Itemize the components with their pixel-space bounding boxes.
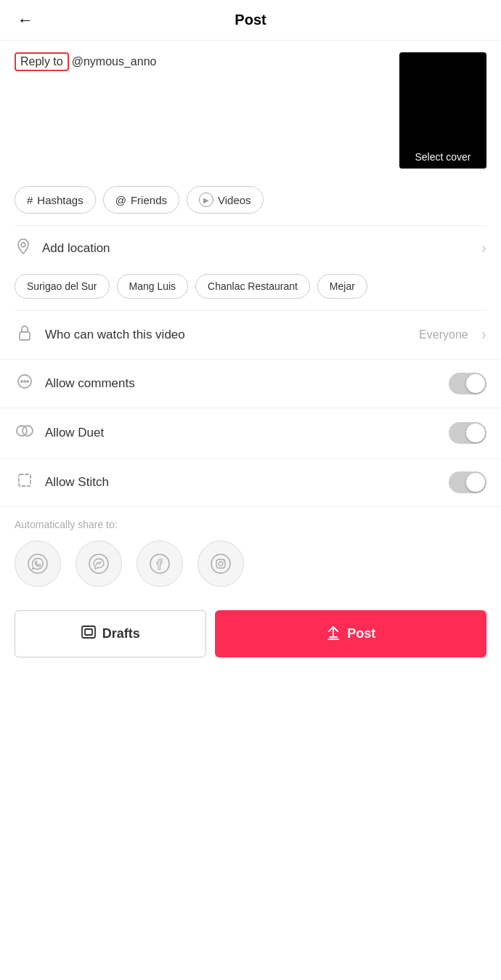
location-label: Add location	[42, 241, 471, 256]
location-row[interactable]: Add location ›	[0, 226, 501, 271]
video-thumbnail: Select cover	[399, 52, 486, 169]
privacy-row[interactable]: Who can watch this video Everyone ›	[0, 311, 501, 360]
reply-row: Reply to	[15, 52, 391, 71]
lock-icon	[15, 324, 35, 346]
share-icons-row	[15, 540, 486, 587]
hashtags-label: Hashtags	[37, 194, 83, 206]
suggestion-chanlac[interactable]: Chanlac Restaurant	[195, 274, 310, 299]
share-section: Automatically share to:	[0, 507, 501, 593]
friends-button[interactable]: @ Friends	[103, 186, 179, 214]
svg-rect-8	[19, 474, 30, 486]
privacy-value: Everyone	[419, 328, 468, 341]
svg-point-5	[27, 381, 28, 382]
header: ← Post	[0, 0, 501, 41]
location-suggestions: Surigao del Sur Mang Luis Chanlac Restau…	[0, 271, 501, 310]
reply-label: Reply to	[15, 52, 69, 71]
post-icon	[325, 624, 341, 644]
stitch-row: Allow Stitch	[0, 458, 501, 507]
drafts-label: Drafts	[102, 626, 140, 641]
svg-rect-17	[85, 629, 92, 635]
suggestion-mang-luis[interactable]: Mang Luis	[117, 274, 189, 299]
svg-rect-1	[20, 332, 30, 340]
page-title: Post	[235, 12, 266, 28]
svg-point-11	[150, 554, 169, 573]
svg-point-15	[223, 560, 224, 562]
svg-point-9	[28, 554, 47, 573]
videos-label: Videos	[218, 194, 251, 206]
caption-area: Reply to Select cover	[0, 41, 501, 180]
stitch-icon	[15, 471, 35, 493]
comments-icon	[15, 373, 35, 394]
svg-point-0	[21, 243, 25, 247]
suggestion-mejar[interactable]: Mejar	[317, 274, 367, 299]
messenger-button[interactable]	[76, 540, 122, 587]
select-cover-button[interactable]: Select cover	[399, 145, 486, 169]
caption-input-wrap: Reply to	[15, 52, 391, 76]
play-icon: ▶	[199, 193, 213, 207]
stitch-label: Allow Stitch	[45, 475, 439, 490]
caption-input[interactable]	[72, 55, 217, 68]
bottom-bar: Drafts Post	[0, 599, 501, 669]
whatsapp-button[interactable]	[15, 540, 61, 587]
comments-row: Allow comments	[0, 360, 501, 408]
instagram-button[interactable]	[197, 540, 244, 587]
location-icon	[15, 238, 32, 259]
stitch-toggle[interactable]	[449, 471, 486, 493]
drafts-icon	[81, 624, 97, 644]
duet-label: Allow Duet	[45, 426, 439, 440]
comments-toggle[interactable]	[449, 373, 486, 394]
facebook-button[interactable]	[137, 540, 183, 587]
videos-button[interactable]: ▶ Videos	[187, 186, 264, 214]
duet-toggle[interactable]	[449, 422, 486, 444]
privacy-label: Who can watch this video	[45, 328, 409, 342]
at-icon: @	[115, 194, 126, 206]
svg-point-7	[23, 426, 33, 436]
svg-point-4	[24, 381, 25, 382]
post-label: Post	[347, 626, 375, 641]
tags-row: # Hashtags @ Friends ▶ Videos	[0, 180, 501, 225]
svg-point-3	[21, 381, 23, 382]
location-chevron: ›	[481, 239, 486, 258]
drafts-button[interactable]: Drafts	[15, 610, 206, 657]
svg-point-12	[211, 554, 230, 573]
hashtags-button[interactable]: # Hashtags	[15, 186, 96, 214]
svg-point-6	[17, 426, 27, 436]
duet-icon	[15, 421, 35, 445]
suggestion-surigao[interactable]: Surigao del Sur	[15, 274, 110, 299]
duet-row: Allow Duet	[0, 408, 501, 458]
post-button[interactable]: Post	[215, 610, 486, 657]
friends-label: Friends	[131, 194, 167, 206]
back-button[interactable]: ←	[15, 8, 36, 33]
privacy-chevron: ›	[481, 325, 486, 344]
svg-rect-16	[82, 626, 95, 638]
comments-label: Allow comments	[45, 376, 439, 391]
hashtag-icon: #	[27, 194, 33, 206]
share-label: Automatically share to:	[15, 519, 486, 530]
